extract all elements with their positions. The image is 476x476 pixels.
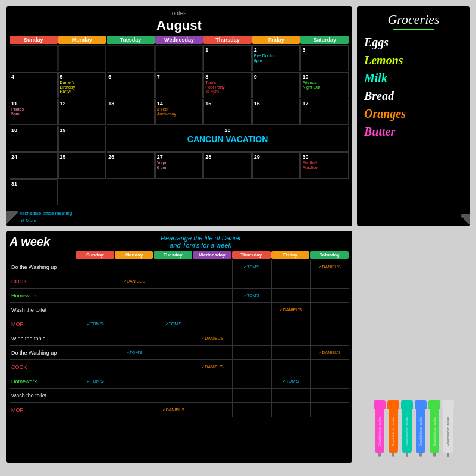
weekly-rearrange-sub: and Tom's for a week bbox=[52, 242, 349, 249]
weekly-cell bbox=[154, 331, 192, 345]
weekly-cell bbox=[76, 389, 114, 402]
todo-date: 2 bbox=[10, 218, 12, 224]
marker-tip bbox=[392, 453, 394, 457]
weekly-cell bbox=[154, 346, 192, 359]
cal-cell-1: 1 bbox=[203, 45, 252, 71]
weekly-cell bbox=[193, 346, 231, 359]
weekly-cell: ✓DANIEL'S bbox=[115, 274, 154, 288]
weekly-row: Wipe the table ✓DANIEL'S bbox=[10, 331, 349, 346]
day-header-thursday: Thursday bbox=[203, 36, 252, 44]
weekly-day-sat: Saturday bbox=[310, 251, 349, 259]
weekly-day-mon: Monday bbox=[115, 251, 154, 259]
cal-cell bbox=[155, 45, 203, 71]
weekly-cell bbox=[115, 260, 154, 274]
marker-cap bbox=[387, 400, 399, 409]
main-container: notes August Sunday Monday Tuesday Wedne… bbox=[0, 0, 476, 476]
weekly-cell bbox=[76, 289, 114, 302]
cal-cell-18: 18 bbox=[10, 126, 58, 152]
weekly-task-label: MOP bbox=[10, 317, 75, 331]
weekly-cell bbox=[154, 303, 192, 317]
marker-tip bbox=[447, 453, 449, 457]
weekly-day-sun: Sunday bbox=[76, 251, 114, 259]
weekly-cell bbox=[232, 317, 271, 331]
marker-label: Erasable liquid marker bbox=[405, 416, 409, 446]
grocery-item-eggs: Eggs bbox=[364, 35, 463, 50]
notes-label: notes bbox=[143, 10, 215, 17]
grocery-panel: Groceries Eggs Lemons Milk Bread Oranges… bbox=[357, 6, 470, 226]
marker-tip bbox=[378, 453, 381, 457]
weekly-cell bbox=[193, 303, 231, 317]
todo-item-2: Call Mom bbox=[16, 217, 349, 224]
weekly-cell bbox=[193, 389, 231, 402]
weekly-cell bbox=[154, 389, 192, 402]
marker-body: Erasable liquid marker bbox=[375, 409, 384, 453]
weekly-cell bbox=[193, 374, 231, 388]
cal-cell-24: 24 bbox=[10, 152, 58, 178]
weekly-task-label: Homework bbox=[10, 374, 75, 388]
weekly-cell: ✓TOM'S bbox=[154, 317, 192, 331]
marker-label: Erasable liquid marker bbox=[433, 416, 436, 446]
weekly-cell bbox=[76, 260, 114, 274]
cal-cell-11: 11Pilates5pm bbox=[10, 99, 58, 125]
cal-grid: 1 2Eye Doctor8pm 3 4 5Daniel'sBirthdayPa… bbox=[10, 45, 349, 205]
weekly-cell bbox=[115, 289, 154, 302]
weekly-cell bbox=[232, 346, 271, 359]
weekly-task-label: COOK bbox=[10, 360, 75, 374]
markers-panel: Erasable liquid marker Erasable liquid m… bbox=[357, 231, 470, 463]
weekly-task-label: Do the Washing up bbox=[10, 346, 75, 359]
grocery-underline bbox=[393, 29, 434, 30]
weekly-cell: ✓DANIEL'S bbox=[154, 403, 192, 416]
cal-cell-2: 2Eye Doctor8pm bbox=[252, 45, 300, 71]
weekly-cell bbox=[76, 403, 114, 416]
weekly-task-label: Wipe the table bbox=[10, 331, 75, 345]
marker-teal: Erasable liquid marker bbox=[401, 400, 413, 457]
weekly-row: MOP ✓TOM'S ✓TOM'S bbox=[10, 317, 349, 331]
cal-cell-19: 19 bbox=[58, 126, 107, 152]
cal-cell-10: 10FriendsNight Out bbox=[300, 72, 349, 98]
weekly-row: Do the Washing up ✓TOM'S ✓DANIEL'S bbox=[10, 260, 349, 274]
weekly-task-label: Wash the toilet bbox=[10, 303, 75, 317]
weekly-task-label: Wash the toilet bbox=[10, 389, 75, 402]
marker-body: Erasable liquid marker bbox=[430, 409, 439, 453]
cal-cell-4: 4 bbox=[10, 72, 58, 98]
weekly-cell bbox=[232, 374, 271, 388]
weekly-cell bbox=[310, 360, 349, 374]
weekly-cell bbox=[154, 289, 192, 302]
weekly-cell bbox=[154, 360, 192, 374]
marker-body: Erasable liquid marker bbox=[416, 409, 425, 453]
weekly-cell: ✓TOM'S bbox=[232, 260, 271, 274]
day-headers: Sunday Monday Tuesday Wednesday Thursday… bbox=[10, 36, 349, 44]
marker-label: Erasable liquid marker bbox=[419, 416, 422, 446]
weekly-cell bbox=[271, 317, 310, 331]
weekly-cell bbox=[310, 374, 349, 388]
day-header-tuesday: Tuesday bbox=[107, 36, 155, 44]
marker-tip bbox=[406, 453, 408, 457]
weekly-task-label: COOK bbox=[10, 274, 75, 288]
grocery-item-bread: Bread bbox=[364, 88, 463, 104]
weekly-cell bbox=[154, 274, 192, 288]
todo-section: 2 Reschedule office meeting Call Mom Buy… bbox=[10, 208, 349, 226]
weekly-cell bbox=[310, 303, 349, 317]
marker-label: Erasable liquid marker bbox=[446, 416, 450, 446]
markers-row: Erasable liquid marker Erasable liquid m… bbox=[374, 400, 454, 457]
cal-cell-6: 6 bbox=[107, 72, 155, 98]
marker-label: Erasable liquid marker bbox=[378, 416, 381, 446]
cal-cell bbox=[10, 45, 58, 71]
marker-green: Erasable liquid marker bbox=[428, 400, 440, 457]
weekly-cell bbox=[115, 331, 154, 345]
weekly-cell bbox=[310, 274, 349, 288]
weekly-cell bbox=[193, 260, 231, 274]
marker-tip bbox=[419, 453, 422, 457]
cal-cell-30: 30FootballPractice bbox=[300, 152, 349, 178]
marker-white: Erasable liquid marker bbox=[442, 400, 454, 457]
weekly-rearrange-top: Rearrange the life of Daniel bbox=[52, 234, 349, 242]
weekly-row: Homework ✓TOM'S bbox=[10, 289, 349, 303]
weekly-cell bbox=[76, 346, 114, 359]
weekly-task-label: Homework bbox=[10, 289, 75, 302]
weekly-cell bbox=[115, 389, 154, 402]
cal-cell-29: 29 bbox=[252, 152, 300, 178]
weekly-row: Homework ✓TOM'S ✓TOM'S bbox=[10, 374, 349, 389]
weekly-cell: ✓TOM'S bbox=[271, 374, 310, 388]
weekly-cell bbox=[154, 260, 192, 274]
bottom-row: A week Rearrange the life of Daniel and … bbox=[6, 231, 470, 463]
